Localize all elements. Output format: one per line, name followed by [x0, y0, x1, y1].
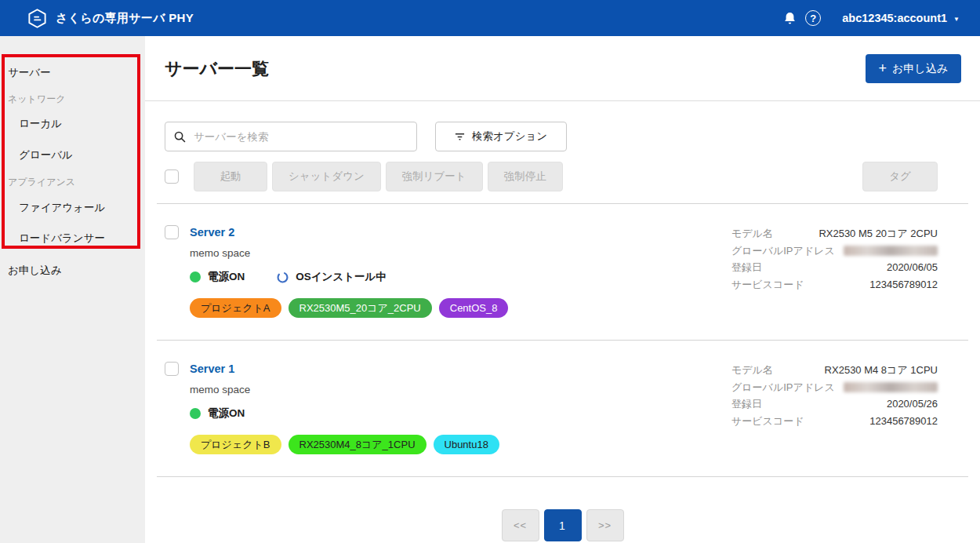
power-status-dot-icon: [190, 408, 201, 419]
tag-pill[interactable]: RX2530M5_20コア_2CPU: [289, 298, 432, 318]
server-row: Server 2 memo space 電源ON OSインストール中: [145, 204, 980, 340]
force-reboot-button[interactable]: 強制リブート: [386, 162, 483, 191]
search-icon: [173, 130, 187, 144]
server-row-checkbox[interactable]: [165, 225, 179, 239]
tag-pill[interactable]: プロジェクトA: [190, 298, 281, 318]
code-value: 123456789012: [869, 413, 938, 430]
ip-label: グローバルIPアドレス: [731, 242, 835, 260]
pagination: << 1 >>: [145, 509, 980, 541]
sidebar-item-order[interactable]: お申し込み: [8, 264, 61, 278]
code-value: 123456789012: [869, 276, 938, 293]
shutdown-button[interactable]: シャットダウン: [272, 162, 381, 191]
sidebar-section-network: ネットワーク: [8, 93, 65, 106]
sidebar-item-local[interactable]: ローカル: [19, 117, 62, 131]
bulk-action-row: 起動 シャットダウン 強制リブート 強制停止 タグ: [165, 162, 938, 191]
account-menu-label[interactable]: abc12345:account1: [842, 12, 947, 24]
model-value: RX2530 M4 8コア 1CPU: [825, 362, 938, 379]
pagination-next-button[interactable]: >>: [586, 509, 624, 541]
page-title: サーバー一覧: [165, 57, 269, 81]
power-status-dot-icon: [190, 272, 201, 282]
power-status-label: 電源ON: [208, 406, 245, 421]
boot-button[interactable]: 起動: [194, 162, 267, 191]
tag-pill[interactable]: プロジェクトB: [190, 435, 281, 454]
date-value: 2020/06/05: [887, 259, 938, 276]
global-ip-redacted: [844, 246, 938, 256]
ip-label: グローバルIPアドレス: [731, 379, 835, 396]
server-row: Server 1 memo space 電源ON プロジェクトB RX2530M…: [145, 341, 980, 476]
account-caret-down-icon[interactable]: ▼: [953, 14, 960, 23]
server-name-link[interactable]: Server 1: [190, 362, 499, 376]
main-content: サーバー一覧 + お申し込み 検索オプション: [145, 36, 980, 543]
search-input[interactable]: [194, 131, 408, 143]
server-memo: memo space: [190, 383, 499, 397]
tag-pill[interactable]: Ubuntu18: [434, 435, 499, 454]
sidebar-nav: サーバー ネットワーク ローカル グローバル アプライアンス ファイアウォール …: [0, 36, 145, 543]
server-memo: memo space: [190, 246, 508, 261]
server-name-link[interactable]: Server 2: [190, 225, 508, 239]
code-label: サービスコード: [731, 413, 804, 430]
power-status-label: 電源ON: [208, 270, 245, 284]
pagination-page-1-button[interactable]: 1: [544, 509, 582, 541]
notifications-bell-icon[interactable]: [778, 6, 801, 30]
force-stop-button[interactable]: 強制停止: [488, 162, 563, 191]
sidebar-item-firewall[interactable]: ファイアウォール: [19, 201, 105, 215]
order-button[interactable]: + お申し込み: [866, 54, 962, 83]
date-value: 2020/05/26: [887, 395, 938, 413]
date-label: 登録日: [731, 259, 762, 276]
server-details: モデル名RX2530 M4 8コア 1CPU グローバルIPアドレス 登録日20…: [731, 362, 938, 454]
model-label: モデル名: [731, 362, 773, 379]
select-all-checkbox[interactable]: [165, 169, 179, 184]
server-search-box: [165, 122, 417, 151]
title-bar: サーバー一覧 + お申し込み: [145, 36, 980, 83]
app-header: さくらの専用サーバ PHY ? abc12345:account1 ▼: [0, 0, 980, 36]
row-divider: [157, 476, 968, 477]
server-row-checkbox[interactable]: [165, 362, 179, 376]
pagination-prev-button[interactable]: <<: [502, 509, 539, 541]
sakura-phy-logo-icon: [27, 8, 48, 29]
toolbar: 検索オプション: [165, 122, 938, 151]
os-install-spinner-icon: [276, 271, 289, 284]
global-ip-redacted: [844, 382, 938, 392]
os-status-label: OSインストール中: [296, 270, 387, 284]
model-label: モデル名: [731, 225, 773, 242]
server-details: モデル名RX2530 M5 20コア 2CPU グローバルIPアドレス 登録日2…: [731, 225, 938, 318]
sidebar-item-loadbalancer[interactable]: ロードバランサー: [19, 231, 105, 246]
tag-pill[interactable]: CentOS_8: [439, 298, 509, 318]
sidebar-item-global[interactable]: グローバル: [19, 148, 73, 162]
plus-icon: +: [879, 61, 887, 77]
code-label: サービスコード: [731, 276, 804, 293]
help-icon[interactable]: ?: [801, 6, 825, 30]
sidebar-item-server[interactable]: サーバー: [8, 66, 51, 80]
filter-icon: [455, 132, 465, 141]
search-options-button[interactable]: 検索オプション: [435, 122, 567, 151]
brand-title: さくらの専用サーバ PHY: [56, 11, 194, 26]
sidebar-section-appliance: アプライアンス: [8, 176, 75, 189]
model-value: RX2530 M5 20コア 2CPU: [818, 225, 938, 242]
tag-button[interactable]: タグ: [862, 162, 938, 191]
tag-pill[interactable]: RX2530M4_8コア_1CPU: [289, 435, 426, 454]
date-label: 登録日: [731, 395, 762, 413]
title-divider: [145, 100, 980, 101]
